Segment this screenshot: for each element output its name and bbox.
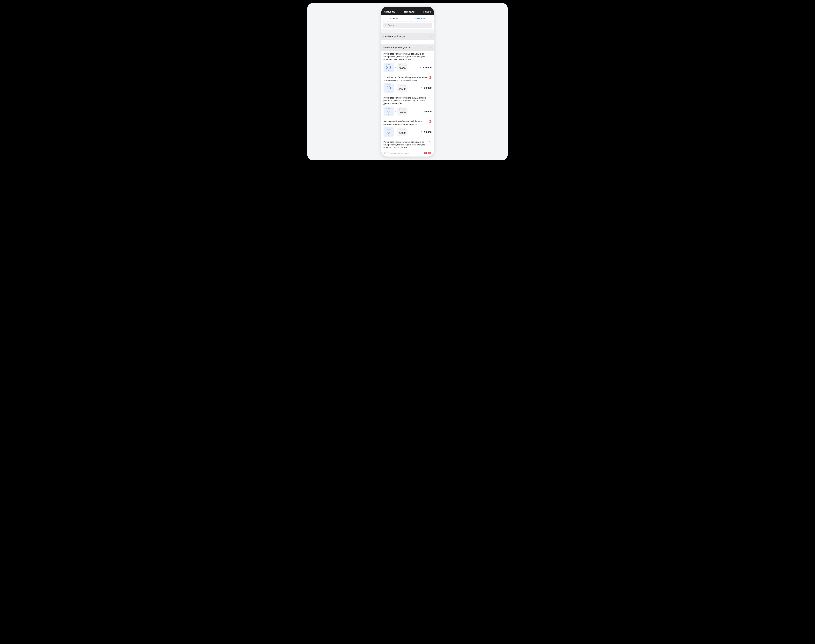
- price-value: 6 000: [399, 130, 406, 135]
- section-expanded-title: Бетонные работы, 6 / 18: [383, 46, 410, 49]
- item-title: Устройство подбетонной подготовки, включ…: [383, 76, 427, 81]
- tab-account[interactable]: Счет (6): [381, 15, 408, 21]
- qty-unit: м³: [385, 70, 392, 72]
- equals-icon: =: [421, 130, 422, 133]
- footer-label: Всего себестоимость: [388, 152, 422, 154]
- qty-box[interactable]: Кол-во 20 м³: [383, 83, 394, 93]
- qty-label: Кол-во: [385, 63, 392, 65]
- list-item: Устройство железобетонных стен, включая …: [381, 139, 434, 149]
- price-box[interactable]: С/с за ед. 2 500: [397, 84, 408, 92]
- remove-button[interactable]: [429, 53, 432, 55]
- stage: Отменить Позиции Готово Счет (6) Прайс-л…: [308, 3, 507, 160]
- multiply-icon: ×: [395, 66, 397, 69]
- price-box[interactable]: С/с за ед. 5 000: [397, 107, 408, 115]
- item-total: 50 000: [424, 86, 432, 89]
- remove-icon: [429, 141, 432, 144]
- search-wrap: Поиск: [381, 21, 434, 29]
- price-value: 5 000: [399, 110, 406, 115]
- qty-box[interactable]: Кол-во 6 м³: [383, 107, 394, 116]
- spacer: [381, 29, 434, 33]
- multiply-icon: ×: [395, 87, 397, 89]
- price-label: С/с за ед.: [399, 108, 406, 110]
- section-collapsed-title: Свайные работы, 9: [383, 35, 405, 38]
- remove-button[interactable]: [429, 97, 432, 100]
- chevron-up-icon: [430, 47, 432, 49]
- search-icon: [384, 24, 387, 26]
- item-title: Устройство железобетонных стен, включая …: [383, 141, 427, 149]
- qty-value: 6: [385, 109, 392, 113]
- remove-button[interactable]: [429, 76, 432, 79]
- chevron-down-icon: [430, 35, 432, 37]
- remove-button[interactable]: [429, 120, 432, 123]
- tab-pricelist[interactable]: Прайс-лист: [408, 15, 434, 21]
- list-item: Устройство железобетонных стен, включая …: [381, 51, 434, 74]
- search-placeholder: Поиск: [388, 24, 394, 26]
- item-total: 30 000: [424, 110, 432, 113]
- price-label: С/с за ед.: [399, 64, 406, 66]
- nav-bar: Отменить Позиции Готово: [381, 7, 434, 15]
- item-list: Устройство железобетонных стен, включая …: [381, 51, 434, 149]
- item-title: Заполнение буронабивных свай бетоном вру…: [383, 120, 427, 126]
- section-expanded[interactable]: Бетонные работы, 6 / 18: [381, 44, 434, 51]
- multiply-icon: ×: [395, 131, 397, 133]
- price-value: 2 500: [399, 86, 406, 91]
- qty-unit: м³: [385, 134, 392, 136]
- list-item: Устройство подбетонной подготовки, включ…: [381, 74, 434, 95]
- section-collapsed[interactable]: Свайные работы, 9: [381, 33, 434, 40]
- tabs: Счет (6) Прайс-лист: [381, 15, 434, 21]
- item-title: Устройство железобетонных стен, включая …: [383, 53, 427, 61]
- list-item: Заполнение буронабивных свай бетоном вру…: [381, 118, 434, 139]
- phone-frame: Отменить Позиции Готово Счет (6) Прайс-л…: [381, 7, 434, 156]
- remove-icon: [429, 76, 432, 79]
- item-total: 116 000: [423, 66, 432, 69]
- done-button[interactable]: Готово: [423, 10, 431, 13]
- qty-box[interactable]: Кол-во 6 м³: [383, 127, 394, 137]
- qty-box[interactable]: Кол-во 20 м³: [383, 63, 394, 72]
- list-item: Устройство железобетонного фундаментного…: [381, 95, 434, 118]
- equals-icon: =: [421, 87, 422, 89]
- remove-button[interactable]: [429, 141, 432, 144]
- footer-total: 311 800: [424, 152, 431, 154]
- remove-icon: [429, 97, 432, 100]
- qty-unit: м³: [385, 114, 392, 115]
- price-label: С/с за ед.: [399, 129, 406, 130]
- footer: Всего себестоимость 311 800: [381, 149, 434, 156]
- cancel-button[interactable]: Отменить: [384, 10, 395, 13]
- qty-unit: м³: [385, 90, 392, 92]
- qty-value: 20: [385, 65, 392, 69]
- equals-icon: =: [420, 66, 421, 69]
- help-icon[interactable]: [384, 152, 386, 154]
- price-label: С/с за ед.: [399, 85, 406, 86]
- price-value: 5 800: [399, 66, 406, 71]
- gap: [381, 40, 434, 44]
- search-input[interactable]: Поиск: [383, 23, 432, 28]
- multiply-icon: ×: [395, 110, 397, 112]
- remove-icon: [429, 120, 432, 123]
- price-box[interactable]: С/с за ед. 5 800: [397, 63, 408, 71]
- item-title: Устройство железобетонного фундаментного…: [383, 97, 427, 105]
- qty-value: 6: [385, 130, 392, 134]
- qty-value: 20: [385, 86, 392, 90]
- nav-title: Позиции: [404, 10, 415, 13]
- equals-icon: =: [421, 110, 422, 113]
- item-total: 36 000: [424, 130, 432, 133]
- price-box[interactable]: С/с за ед. 6 000: [397, 128, 408, 136]
- remove-icon: [429, 53, 432, 55]
